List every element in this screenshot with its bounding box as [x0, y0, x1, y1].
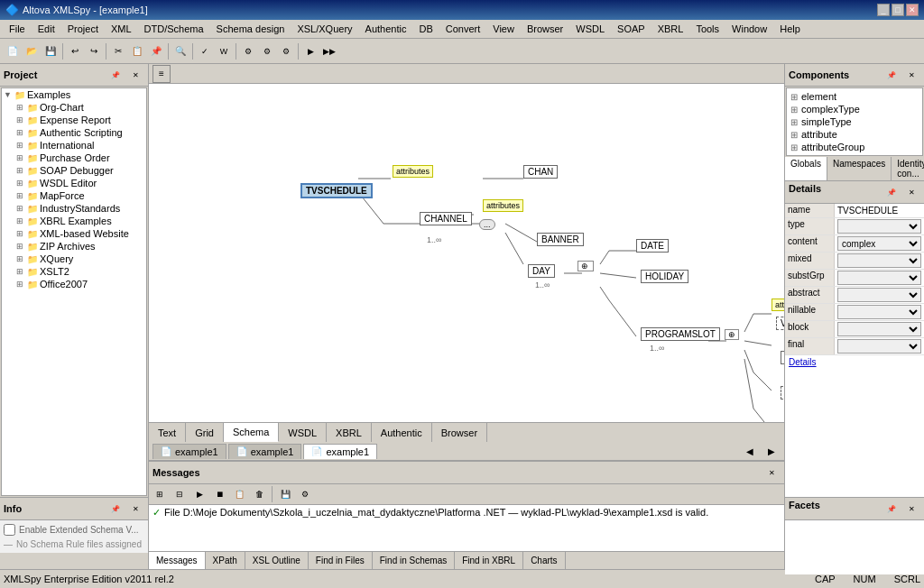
menu-xbrl[interactable]: XBRL [652, 22, 689, 36]
schema-view-btn[interactable]: ≡ [152, 65, 171, 83]
menu-xml[interactable]: XML [106, 22, 137, 36]
tree-examples-root[interactable]: ▼ 📁 Examples [2, 88, 146, 101]
content-select[interactable]: complex [837, 236, 921, 251]
menu-file[interactable]: File [4, 22, 31, 36]
msg-tab-messages[interactable]: Messages [149, 552, 206, 569]
menu-wsdl[interactable]: WSDL [570, 22, 610, 36]
components-pin[interactable]: 📌 [882, 66, 901, 84]
minimize-button[interactable]: _ [877, 4, 890, 16]
file-tab-2[interactable]: 📄 example1 [228, 444, 302, 459]
tab-authentic[interactable]: Authentic [372, 423, 432, 442]
tree-xml-website[interactable]: ⊞ 📁 XML-based Website [14, 227, 146, 240]
substgrp-select[interactable] [837, 271, 921, 285]
menu-tools[interactable]: Tools [690, 22, 725, 36]
msg-tab-find-schemas[interactable]: Find in Schemas [373, 552, 455, 569]
msg-tab-find-files[interactable]: Find in Files [309, 552, 373, 569]
menu-dtd-schema[interactable]: DTD/Schema [139, 22, 209, 36]
node-chan[interactable]: CHAN [523, 165, 558, 179]
tree-wsdl-editor[interactable]: ⊞ 📁 WSDL Editor [14, 177, 146, 189]
tree-office2007[interactable]: ⊞ 📁 Office2007 [14, 278, 146, 290]
msg-tab-xpath[interactable]: XPath [206, 552, 245, 569]
tab-text[interactable]: Text [149, 423, 186, 442]
msg-toolbar-settings[interactable]: ⚙ [296, 485, 314, 503]
file-tab-1[interactable]: 📄 example1 [152, 444, 226, 459]
detail-value-type[interactable] [835, 218, 924, 234]
msg-toolbar-1[interactable]: ⊞ [151, 485, 169, 503]
menu-help[interactable]: Help [774, 22, 806, 36]
menu-authentic[interactable]: Authentic [360, 22, 412, 36]
node-programslot[interactable]: PROGRAMSLOT [641, 327, 720, 341]
tab-wsdl[interactable]: WSDL [279, 423, 327, 442]
msg-toolbar-3[interactable]: ▶ [190, 485, 208, 503]
info-close[interactable]: ✕ [126, 500, 144, 518]
node-tvschedule[interactable]: TVSCHEDULE [300, 183, 373, 198]
tab-xbrl[interactable]: XBRL [327, 423, 372, 442]
tb-xslt2[interactable]: ▶▶ [320, 42, 338, 60]
menu-convert[interactable]: Convert [440, 22, 486, 36]
details-link[interactable]: Details [785, 355, 924, 369]
info-pin[interactable]: 📌 [106, 500, 125, 518]
node-channel[interactable]: CHANNEL [420, 212, 472, 225]
node-vtr[interactable]: VTR [776, 317, 784, 330]
node-date[interactable]: DATE [636, 239, 669, 253]
right-tab-identity[interactable]: Identity con... [892, 157, 924, 180]
tb-wellformed[interactable]: W [215, 42, 233, 60]
menu-soap[interactable]: SOAP [612, 22, 651, 36]
node-holiday[interactable]: HOLIDAY [641, 270, 688, 283]
comp-complex-type[interactable]: ⊞ complexType [789, 103, 920, 115]
tree-xslt2[interactable]: ⊞ 📁 XSLT2 [14, 265, 146, 278]
tree-authentic-scripting[interactable]: ⊞ 📁 Authentic Scripting [14, 126, 146, 139]
schema-validation-checkbox[interactable] [4, 524, 15, 536]
type-select[interactable] [837, 219, 921, 234]
maximize-button[interactable]: □ [892, 4, 904, 16]
msg-tab-charts[interactable]: Charts [523, 552, 565, 569]
channel-sequence[interactable]: ... [479, 219, 495, 230]
details-close[interactable]: ✕ [902, 183, 920, 201]
tree-xquery[interactable]: ⊞ 📁 XQuery [14, 253, 146, 265]
tab-schema[interactable]: Schema [224, 423, 279, 442]
msg-toolbar-5[interactable]: 📋 [230, 485, 248, 503]
tb-xslt[interactable]: ▶ [301, 42, 319, 60]
node-banner[interactable]: BANNER [537, 233, 584, 246]
menu-view[interactable]: View [487, 22, 520, 36]
messages-close[interactable]: ✕ [762, 464, 781, 482]
facets-close[interactable]: ✕ [902, 500, 920, 518]
node-title[interactable]: TITLE [781, 386, 784, 400]
tree-expense-report[interactable]: ⊞ 📁 Expense Report [14, 114, 146, 126]
detail-value-substgrp[interactable] [835, 270, 924, 286]
menu-db[interactable]: DB [413, 22, 438, 36]
tb-validate[interactable]: ✓ [196, 42, 214, 60]
detail-value-mixed[interactable] [835, 253, 924, 269]
mixed-select[interactable] [837, 253, 921, 268]
menu-browser[interactable]: Browser [522, 22, 568, 36]
comp-attribute-group[interactable]: ⊞ attributeGroup [789, 141, 920, 153]
file-tab-3[interactable]: 📄 example1 [303, 444, 377, 459]
tb-btn-1[interactable]: ⚙ [239, 42, 257, 60]
project-tree[interactable]: ▼ 📁 Examples ⊞ 📁 Org-Chart ⊞ 📁 Expense R… [1, 87, 147, 496]
right-tab-globals[interactable]: Globals [785, 157, 827, 180]
nillable-select[interactable] [837, 305, 921, 319]
tb-btn-2[interactable]: ⚙ [258, 42, 276, 60]
msg-toolbar-2[interactable]: ⊟ [171, 485, 189, 503]
block-select[interactable] [837, 322, 921, 336]
components-close[interactable]: ✕ [902, 66, 920, 84]
project-pin[interactable]: 📌 [106, 66, 125, 84]
tab-scroll-left[interactable]: ◀ [741, 442, 759, 460]
menu-xsl-xquery[interactable]: XSL/XQuery [291, 22, 357, 36]
tb-redo[interactable]: ↪ [85, 42, 103, 60]
tree-industry-standards[interactable]: ⊞ 📁 IndustryStandards [14, 202, 146, 215]
node-attributes-1[interactable]: attributes [393, 165, 433, 178]
right-tab-namespaces[interactable]: Namespaces [827, 157, 892, 180]
tb-save[interactable]: 💾 [42, 42, 60, 60]
msg-toolbar-clear[interactable]: 🗑 [250, 485, 268, 503]
node-attributes-3[interactable]: attributes [772, 299, 784, 311]
details-pin[interactable]: 📌 [882, 183, 901, 201]
msg-toolbar-save[interactable]: 💾 [276, 485, 294, 503]
tb-new[interactable]: 📄 [4, 42, 22, 60]
abstract-select[interactable] [837, 288, 921, 302]
msg-toolbar-4[interactable]: ⏹ [210, 485, 228, 503]
tree-zip-archives[interactable]: ⊞ 📁 ZIP Archives [14, 240, 146, 253]
tree-purchase-order[interactable]: ⊞ 📁 Purchase Order [14, 152, 146, 164]
menu-edit[interactable]: Edit [32, 22, 60, 36]
menu-window[interactable]: Window [726, 22, 772, 36]
